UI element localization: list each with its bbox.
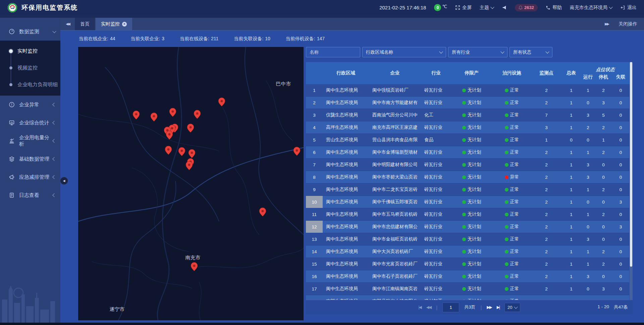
table-row[interactable]: 7阆中生态环境局阆中明阳建材有限公司砖瓦行业无计划正常21300 <box>306 159 629 171</box>
map-canvas[interactable]: 巴中市南充市遂宁市 <box>78 47 304 320</box>
sidebar-item-enterprise-abnormal[interactable]: 企业异常 <box>0 96 60 114</box>
table-scrollbar[interactable] <box>630 62 633 300</box>
map-pin[interactable] <box>133 111 140 119</box>
tab-realtime-monitor[interactable]: 实时监控 × <box>96 18 132 30</box>
map-pin[interactable] <box>293 147 300 156</box>
map-pin[interactable] <box>151 113 157 121</box>
table-row[interactable]: 8阆中生态环境局阆中市枣碧大梁山页岩砖瓦行业无计划异常21300 <box>306 171 629 183</box>
table-row[interactable]: 1阆中生态环境局阆中强锐页岩砖厂砖瓦行业无计划正常21120 <box>306 84 629 97</box>
table-row[interactable]: 17阆中生态环境局阆中市江南镇阆南页岩砖瓦行业无计划正常21030 <box>306 283 629 295</box>
map-panel[interactable]: 巴中市南充市遂宁市 <box>78 47 304 320</box>
table-row[interactable]: 10阆中生态环境局阆中千佛镇五郎垭页岩砖瓦行业无计划正常21003 <box>306 196 629 208</box>
notification-badge[interactable]: 2632 <box>515 4 538 11</box>
cell-stop-status: 无计划 <box>451 221 492 233</box>
map-pin[interactable] <box>194 110 201 119</box>
table-row[interactable]: 18南部生态环境局南部县瑞华士砖有限公建材加工无计划正常60060 <box>306 295 629 300</box>
sidebar-item-video-monitor[interactable]: 视频监控 <box>0 59 60 76</box>
region-select[interactable]: 行政区域名称 <box>362 47 446 57</box>
cell-lost: 0 <box>612 233 629 245</box>
map-pin[interactable] <box>178 147 185 156</box>
bullet-icon <box>9 66 12 69</box>
status-select[interactable]: 所有状态 <box>509 47 552 57</box>
map-pin[interactable] <box>259 208 266 216</box>
map-collapse-button[interactable]: ◀ <box>60 177 68 185</box>
map-pin[interactable] <box>166 131 173 140</box>
map-pin[interactable] <box>169 108 176 117</box>
sidebar-item-emergency-reduction[interactable]: 应急减排管理 <box>0 168 60 186</box>
cell-row-index: 6 <box>306 146 323 158</box>
chevron-down-icon <box>52 29 56 33</box>
cell-points: 7 <box>532 109 561 121</box>
table-row[interactable]: 12阆中生态环境局阆中市忠信建材有限公砖瓦行业无计划正常21003 <box>306 221 629 233</box>
scrollbar-thumb[interactable] <box>630 62 632 267</box>
sidebar-item-data-monitor[interactable]: 数据监测 <box>0 22 60 41</box>
map-city-label: 遂宁市 <box>110 306 125 312</box>
cell-total: 1 <box>561 258 581 270</box>
sidebar-item-enterprise-statistics[interactable]: 企业综合统计 <box>0 114 60 132</box>
page-number-input[interactable] <box>442 303 459 312</box>
cell-points: 2 <box>532 208 561 220</box>
table-row[interactable]: 16阆中生态环境局阆中市石子页岩机砖厂砖瓦行业无计划正常21300 <box>306 270 629 283</box>
cell-company: 阆中市二龙长宝页岩砖 <box>369 183 421 196</box>
page-size-select[interactable]: 20 <box>504 303 520 312</box>
table-row[interactable]: 6阆中生态环境局阆中市金博瑞新型墙材砖瓦行业无计划正常21120 <box>306 146 629 159</box>
name-search-input[interactable] <box>306 47 360 57</box>
last-page-button[interactable]: ▶| <box>497 305 499 310</box>
help-button[interactable]: 帮助 <box>546 5 562 11</box>
map-pin[interactable] <box>218 98 225 106</box>
close-icon[interactable]: × <box>122 22 127 26</box>
first-page-button[interactable]: |◀ <box>418 305 421 310</box>
cell-run: 0 <box>581 295 595 300</box>
speaker-icon[interactable] <box>502 5 507 10</box>
cell-industry: 砖瓦行业 <box>421 233 451 245</box>
map-pin[interactable] <box>187 124 194 132</box>
table-row[interactable]: 13阆中生态环境局阆中市金福旺页岩机砖砖瓦行业无计划正常21300 <box>306 233 629 246</box>
col-company: 企业 <box>369 62 421 84</box>
table-row[interactable]: 3仪陇生态环境局西南油气田分公司川中化工无计划正常71350 <box>306 109 629 121</box>
logout-button[interactable]: 退出 <box>620 5 637 11</box>
sidebar-item-power-analysis[interactable]: 企业用电量分析 <box>0 132 60 150</box>
table-row[interactable]: 4高坪生态环境局南充市高坪区王家店建砖瓦行业无计划正常31220 <box>306 121 629 134</box>
chevron-left-icon <box>52 139 56 143</box>
map-pin[interactable] <box>191 262 198 271</box>
cell-facility-status: 正常 <box>492 270 532 282</box>
chevron-left-icon <box>52 175 56 179</box>
industry-select[interactable]: 所有行业 <box>448 47 507 57</box>
theme-dropdown[interactable]: 主题 <box>480 5 494 11</box>
cell-district: 高坪生态环境局 <box>323 121 369 133</box>
table-row[interactable]: 14阆中生态环境局阆中大兴页岩机砖厂砖瓦行业无计划正常21120 <box>306 246 629 258</box>
table-row[interactable]: 9阆中生态环境局阆中市二龙长宝页岩砖砖瓦行业无计划正常21120 <box>306 183 629 196</box>
cell-points: 3 <box>532 121 561 133</box>
tabs-scroll-right-button[interactable]: ▶▶ <box>605 22 608 26</box>
cell-district: 营山生态环境局 <box>323 134 369 146</box>
sidebar-item-base-data[interactable]: 基础数据管理 <box>0 150 60 168</box>
cell-halt: 0 <box>595 233 612 245</box>
prev-page-button[interactable]: ◀◀ <box>426 305 431 310</box>
cell-district: 阆中生态环境局 <box>323 97 369 109</box>
cell-lost: 0 <box>612 183 629 196</box>
table-row[interactable]: 11阆中生态环境局阆中市五马桥页岩机砖砖瓦行业无计划正常21120 <box>306 208 629 221</box>
close-operations-button[interactable]: 关闭操作 <box>619 21 637 27</box>
map-pin[interactable] <box>165 146 172 155</box>
temperature-unit: ℃ <box>442 4 447 9</box>
city-skyline-decoration <box>0 269 60 323</box>
sidebar-item-power-load-detail[interactable]: 企业电力负荷明细 <box>0 76 60 93</box>
cell-industry: 砖瓦行业 <box>421 183 451 196</box>
next-page-button[interactable]: ▶▶ <box>487 305 491 310</box>
table-row[interactable]: 5营山生态环境局营山县润丰肉食品有限食品无计划正常10010 <box>306 134 629 146</box>
cell-company: 南部县瑞华士砖有限公 <box>369 295 421 300</box>
cell-halt: 5 <box>595 109 612 121</box>
stat-label: 当前失联企业: <box>130 36 160 41</box>
table-row[interactable]: 2阆中生态环境局阆中市南方节能建材有砖瓦行业无计划正常21030 <box>306 97 629 109</box>
table-row[interactable]: 15阆中生态环境局阆中市光富页岩机砖厂砖瓦行业无计划正常21120 <box>306 258 629 270</box>
sidebar-item-realtime-monitor[interactable]: 实时监控 <box>0 43 60 59</box>
map-pin[interactable] <box>186 161 193 170</box>
fullscreen-button[interactable]: 全屏 <box>455 5 472 11</box>
tabs-scroll-left-button[interactable]: ◀◀ <box>60 18 75 30</box>
tab-home[interactable]: 首页 <box>75 18 95 30</box>
sidebar-item-log-view[interactable]: 日志查看 <box>0 186 60 204</box>
cell-stop-status: 无计划 <box>451 196 492 208</box>
user-org-dropdown[interactable]: 南充市生态环境局 <box>570 5 612 11</box>
map-pin[interactable] <box>189 149 195 158</box>
page-size-value: 20 <box>507 305 512 310</box>
